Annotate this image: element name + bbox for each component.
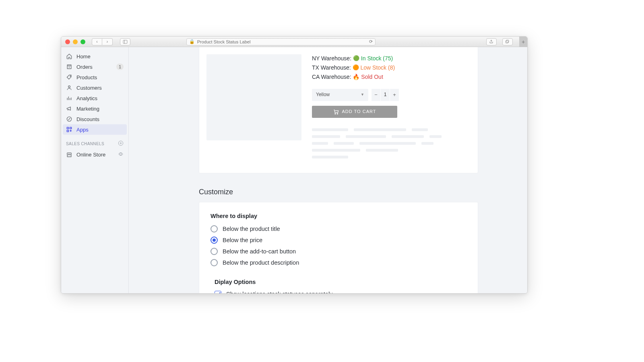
- close-window-button[interactable]: [65, 39, 70, 44]
- sidebar-item-marketing[interactable]: Marketing: [61, 103, 128, 114]
- share-button[interactable]: [486, 38, 497, 45]
- minimize-window-button[interactable]: [73, 39, 78, 44]
- add-channel-button[interactable]: [118, 140, 124, 147]
- display-options-header: Diplay Options: [215, 279, 466, 285]
- chevron-down-icon: ▼: [361, 92, 364, 97]
- sidebar-item-label: Discounts: [76, 116, 99, 122]
- status-dot-icon: 🟢: [353, 55, 359, 61]
- radio-icon: [211, 225, 218, 232]
- fire-icon: 🔥: [353, 74, 359, 80]
- product-image-placeholder: [206, 54, 301, 140]
- qty-value: 1: [381, 89, 390, 101]
- app-body: Home Orders 1 Products Customers Analyti…: [61, 47, 527, 293]
- tag-icon: [66, 74, 72, 80]
- browser-titlebar: ‹ › 🔒 Product Stock Status Label ⟳ +: [61, 37, 527, 47]
- stock-status-row: CA Warehouse: 🔥 Sold Out: [312, 73, 471, 81]
- checkbox-option[interactable]: Show locations stock statuses separately: [211, 289, 466, 293]
- svg-rect-7: [67, 127, 68, 129]
- sidebar-item-label: Online Store: [76, 152, 105, 158]
- tabs-button[interactable]: [502, 38, 513, 45]
- status-dot-icon: 🟠: [353, 64, 359, 70]
- forward-button[interactable]: ›: [102, 38, 113, 45]
- product-column: NY Warehouse: 🟢 In Stock (75) TX Warehou…: [312, 54, 471, 162]
- status-text: Sold Out: [361, 74, 383, 80]
- stock-status-row: TX Warehouse: 🟠 Low Stock (8): [312, 64, 471, 72]
- radio-icon: [211, 259, 218, 266]
- sidebar-item-products[interactable]: Products: [61, 72, 128, 82]
- radio-icon: [211, 237, 218, 244]
- checkbox-icon: [215, 291, 221, 293]
- radio-option[interactable]: Below the product title: [211, 223, 466, 234]
- store-icon: [66, 152, 72, 158]
- new-tab-button[interactable]: +: [519, 37, 527, 47]
- sidebar-channels-header: SALES CHANNELS: [61, 135, 128, 149]
- status-text: In Stock (75): [361, 55, 393, 62]
- lock-icon: 🔒: [189, 39, 195, 44]
- description-placeholder: [312, 128, 471, 158]
- sidebar-item-label: Apps: [76, 127, 89, 133]
- sidebar-item-label: Products: [76, 74, 97, 80]
- svg-rect-0: [123, 40, 127, 43]
- view-store-icon[interactable]: [118, 151, 124, 158]
- stock-status-row: NY Warehouse: 🟢 In Stock (75): [312, 54, 471, 63]
- sidebar-item-label: Analytics: [76, 95, 97, 101]
- sidebar-item-discounts[interactable]: Discounts: [61, 114, 128, 124]
- sidebar-item-orders[interactable]: Orders 1: [61, 62, 128, 72]
- sidebar-item-label: Orders: [76, 64, 93, 70]
- product-controls: Yellow ▼ − 1 +: [312, 89, 471, 101]
- where-to-display-header: Where to display: [211, 213, 466, 219]
- reload-icon[interactable]: ⟳: [369, 39, 373, 44]
- svg-point-5: [68, 86, 70, 88]
- cart-icon: [333, 109, 339, 115]
- sidebar-item-home[interactable]: Home: [61, 51, 128, 62]
- svg-rect-2: [506, 40, 509, 42]
- address-bar[interactable]: 🔒 Product Stock Status Label ⟳: [186, 38, 376, 45]
- discount-icon: [66, 116, 72, 122]
- quantity-stepper: − 1 +: [372, 89, 399, 101]
- sidebar-item-analytics[interactable]: Analytics: [61, 93, 128, 103]
- window-controls: [65, 39, 85, 44]
- safari-window: ‹ › 🔒 Product Stock Status Label ⟳ + Ho: [61, 36, 528, 294]
- admin-sidebar: Home Orders 1 Products Customers Analyti…: [61, 47, 129, 293]
- variant-select[interactable]: Yellow ▼: [312, 89, 368, 101]
- sidebar-item-label: Marketing: [76, 106, 99, 112]
- sidebar-item-apps[interactable]: Apps: [63, 124, 127, 135]
- sidebar-item-label: Home: [76, 53, 91, 60]
- svg-point-4: [70, 76, 71, 76]
- section-title-customize: Customize: [199, 188, 527, 196]
- radio-option[interactable]: Below the add-to-cart button: [211, 246, 466, 257]
- home-icon: [66, 53, 72, 60]
- megaphone-icon: [66, 105, 72, 112]
- analytics-icon: [66, 95, 72, 101]
- sidebar-item-label: Customers: [76, 85, 102, 91]
- svg-point-13: [337, 113, 338, 114]
- main-content: NY Warehouse: 🟢 In Stock (75) TX Warehou…: [129, 47, 527, 293]
- qty-increase-button[interactable]: +: [390, 89, 399, 101]
- sidebar-item-online-store[interactable]: Online Store: [61, 149, 128, 160]
- toolbar-right: [483, 38, 513, 45]
- status-text: Low Stock (8): [361, 64, 395, 71]
- sidebar-toggle-button[interactable]: [120, 38, 130, 45]
- svg-rect-8: [70, 127, 72, 129]
- apps-icon: [66, 126, 72, 133]
- svg-point-11: [120, 153, 122, 155]
- qty-decrease-button[interactable]: −: [372, 89, 380, 101]
- svg-rect-9: [67, 130, 68, 132]
- radio-option[interactable]: Below the product description: [211, 257, 466, 268]
- user-icon: [66, 84, 72, 91]
- back-button[interactable]: ‹: [92, 38, 102, 45]
- page-title: Product Stock Status Label: [197, 39, 251, 44]
- customize-card: Where to display Below the product title…: [199, 202, 478, 293]
- svg-point-12: [335, 113, 336, 114]
- add-to-cart-button[interactable]: ADD TO CART: [312, 106, 397, 118]
- radio-icon: [211, 248, 218, 255]
- orders-icon: [66, 64, 72, 70]
- sidebar-item-customers[interactable]: Customers: [61, 82, 128, 93]
- orders-badge: 1: [116, 64, 124, 70]
- nav-buttons: ‹ ›: [92, 38, 113, 45]
- zoom-window-button[interactable]: [80, 39, 85, 44]
- preview-card: NY Warehouse: 🟢 In Stock (75) TX Warehou…: [199, 47, 478, 173]
- svg-rect-3: [506, 41, 508, 43]
- radio-option[interactable]: Below the price: [211, 234, 466, 246]
